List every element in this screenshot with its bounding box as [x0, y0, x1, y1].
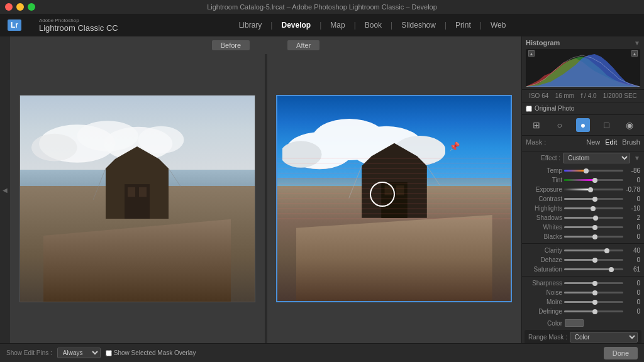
saturation-slider[interactable]	[564, 268, 623, 270]
clarity-slider[interactable]	[564, 250, 623, 251]
highlights-slider[interactable]	[564, 207, 623, 209]
before-photo[interactable]	[19, 95, 255, 302]
dehaze-row: Dehaze 0	[522, 255, 644, 265]
blacks-slider[interactable]	[564, 236, 623, 238]
contrast-label: Contrast	[526, 195, 562, 202]
clarity-thumb[interactable]	[604, 248, 609, 253]
mask-brush-btn[interactable]: Brush	[622, 138, 640, 146]
done-button[interactable]: Done	[604, 347, 638, 359]
tools-row: ⊞ ○ ● □ ◉	[522, 115, 644, 136]
mask-edit-btn[interactable]: Edit	[605, 138, 617, 146]
exposure-thumb[interactable]	[588, 187, 593, 192]
temp-slider[interactable]	[564, 170, 623, 172]
tint-slider[interactable]	[564, 179, 623, 181]
sharpness-thumb[interactable]	[592, 281, 597, 286]
nav-slideshow[interactable]: Slideshow	[395, 18, 442, 32]
histogram-expand-icon[interactable]: ▼	[634, 40, 640, 47]
defringe-slider[interactable]	[564, 310, 623, 312]
nav-book[interactable]: Book	[358, 18, 388, 32]
center-area: Before After	[10, 36, 521, 343]
mask-pin[interactable]: 📌	[449, 141, 460, 151]
highlight-clipping-icon[interactable]: ▲	[631, 50, 638, 57]
tool-filter[interactable]: ◉	[623, 118, 636, 132]
tint-thumb[interactable]	[592, 178, 597, 183]
nav-map[interactable]: Map	[324, 18, 351, 32]
minimize-button[interactable]	[16, 3, 24, 11]
photos-container: 📌	[10, 54, 521, 343]
saturation-thumb[interactable]	[609, 267, 614, 272]
svg-rect-7	[128, 187, 135, 197]
highlights-value: -10	[625, 205, 640, 212]
shadow-clipping-icon[interactable]: ▲	[528, 50, 535, 57]
nav-print[interactable]: Print	[449, 18, 477, 32]
effect-dropdown-icon[interactable]: ▼	[634, 155, 640, 162]
left-strip[interactable]: ◀	[0, 36, 10, 343]
after-photo[interactable]: 📌	[276, 95, 512, 302]
saturation-value: 61	[625, 266, 640, 273]
effect-select[interactable]: Custom Soften Skin Teeth Whitening Iris …	[563, 153, 630, 163]
blacks-thumb[interactable]	[592, 234, 597, 239]
dehaze-thumb[interactable]	[592, 258, 597, 263]
blacks-value: 0	[625, 233, 640, 240]
range-mask-select[interactable]: Color Luminance None	[570, 332, 638, 343]
nav-library[interactable]: Library	[233, 18, 269, 32]
highlights-thumb[interactable]	[591, 206, 596, 211]
original-photo-checkbox[interactable]	[526, 106, 532, 112]
range-mask-label: Range Mask :	[528, 334, 567, 341]
moire-thumb[interactable]	[592, 300, 597, 305]
left-panel-toggle[interactable]: ◀	[3, 187, 8, 194]
moire-row: Moire 0	[522, 297, 644, 307]
moire-slider[interactable]	[564, 301, 623, 303]
whites-thumb[interactable]	[592, 225, 597, 230]
maximize-button[interactable]	[28, 3, 35, 11]
show-mask-overlay-input[interactable]	[106, 350, 112, 356]
contrast-thumb[interactable]	[592, 197, 597, 202]
header: Lr Adobe Photoshop Lightroom Classic CC …	[0, 14, 644, 36]
histogram-section: Histogram ▼ ▲ ▲	[522, 36, 644, 90]
nav-develop[interactable]: Develop	[275, 18, 317, 32]
tool-crop[interactable]: ⊞	[530, 118, 543, 132]
shutter-value: 1/2000 SEC	[603, 92, 637, 99]
sharpness-slider[interactable]	[564, 282, 623, 284]
show-edit-pins-select[interactable]: Always Never Auto Selected	[57, 348, 101, 358]
show-mask-overlay-checkbox[interactable]: Show Selected Mask Overlay	[106, 349, 196, 356]
color-label: Color	[526, 320, 562, 327]
window-controls[interactable]	[5, 3, 35, 11]
after-photo-panel[interactable]: 📌	[267, 54, 522, 343]
nav-menu: Library | Develop | Map | Book | Slidesh…	[101, 18, 644, 32]
whites-slider[interactable]	[564, 226, 623, 228]
temp-label: Temp	[526, 167, 562, 174]
mask-new-btn[interactable]: New	[586, 138, 600, 146]
contrast-row: Contrast 0	[522, 194, 644, 204]
tool-redeye[interactable]: ●	[576, 118, 590, 132]
window-title: Lightroom Catalog-5.lrcat – Adobe Photos…	[207, 3, 437, 11]
svg-line-10	[169, 168, 181, 187]
clarity-value: 40	[625, 247, 640, 254]
right-panel: Histogram ▼ ▲ ▲	[521, 36, 644, 343]
color-swatch[interactable]	[565, 319, 584, 327]
noise-slider[interactable]	[564, 292, 623, 293]
defringe-thumb[interactable]	[592, 309, 597, 314]
whites-row: Whites 0	[522, 222, 644, 232]
noise-thumb[interactable]	[592, 290, 597, 295]
shadows-slider[interactable]	[564, 217, 623, 219]
dehaze-value: 0	[625, 256, 640, 263]
sharpness-label: Sharpness	[526, 280, 562, 287]
contrast-slider[interactable]	[564, 198, 623, 200]
temp-thumb[interactable]	[584, 168, 589, 173]
clarity-label: Clarity	[526, 247, 562, 254]
mask-header: Mask : New Edit Brush	[526, 138, 640, 146]
shadows-value: 2	[625, 214, 640, 221]
tool-brush[interactable]: □	[599, 118, 613, 132]
shadows-thumb[interactable]	[593, 216, 598, 221]
dehaze-slider[interactable]	[564, 259, 623, 261]
tool-spot[interactable]: ○	[553, 118, 567, 132]
photo-meta: ISO 64 16 mm f / 4.0 1/2000 SEC	[522, 90, 644, 102]
nav-web[interactable]: Web	[484, 18, 512, 32]
defringe-value: 0	[625, 308, 640, 315]
exposure-slider[interactable]	[564, 189, 623, 190]
defringe-label: Defringe	[526, 308, 562, 315]
before-photo-panel[interactable]	[10, 54, 265, 343]
noise-value: 0	[625, 289, 640, 296]
close-button[interactable]	[5, 3, 13, 11]
